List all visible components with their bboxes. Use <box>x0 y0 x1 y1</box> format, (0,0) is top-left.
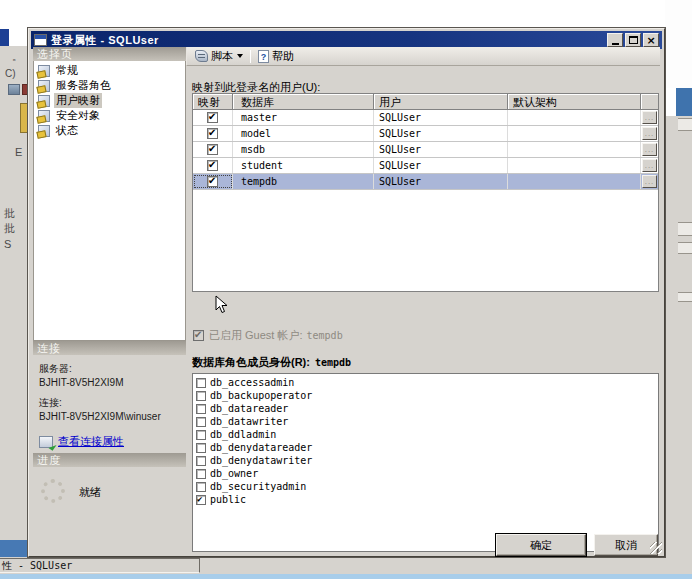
column-header[interactable]: 用户 <box>374 94 508 110</box>
select-page-panel: 选择页 常规服务器角色用户映射安全对象状态 <box>33 47 186 341</box>
sidebar-item-user-mapping[interactable]: 用户映射 <box>34 93 185 108</box>
user-mapping-row[interactable]: studentSQLUser... <box>193 158 658 174</box>
role-item[interactable]: db_ddladmin <box>196 428 658 441</box>
column-header[interactable]: 数据库 <box>233 94 374 110</box>
grid-row-fragment <box>678 222 692 236</box>
map-checkbox[interactable] <box>207 128 218 139</box>
taskbar-button[interactable]: 性 - SQLUser <box>0 558 200 573</box>
role-checkbox[interactable] <box>196 391 206 401</box>
guest-account-database: tempdb <box>307 330 343 341</box>
taskbar-bottom-strip <box>0 574 692 579</box>
role-name: db_backupoperator <box>210 390 312 401</box>
default-schema-cell[interactable] <box>508 142 641 157</box>
connection-properties-icon <box>39 436 53 448</box>
minimize-icon <box>612 43 619 45</box>
sidebar-item-label: 常规 <box>54 63 80 78</box>
role-name: db_ddladmin <box>210 429 276 440</box>
user-mapping-row[interactable]: msdbSQLUser... <box>193 142 658 158</box>
role-item[interactable]: db_owner <box>196 467 658 480</box>
user-mapping-row[interactable]: modelSQLUser... <box>193 126 658 142</box>
grid-row-fragment <box>678 118 692 131</box>
browse-schema-button[interactable]: ... <box>642 143 657 156</box>
toolbar-separator <box>250 50 251 63</box>
help-button[interactable]: ? 帮助 <box>254 48 298 65</box>
role-checkbox[interactable] <box>196 378 206 388</box>
role-item[interactable]: db_denydatareader <box>196 441 658 454</box>
user-cell[interactable]: SQLUser <box>374 110 508 125</box>
role-name: public <box>210 494 246 505</box>
toolbar-icon-fragment <box>8 84 20 95</box>
default-schema-cell[interactable] <box>508 174 641 189</box>
map-checkbox[interactable] <box>207 160 218 171</box>
sidebar-item-status[interactable]: 状态 <box>34 123 185 138</box>
guest-account-label: 已启用 Guest 帐户: <box>209 328 303 343</box>
user-cell[interactable]: SQLUser <box>374 142 508 157</box>
column-header[interactable]: 映射 <box>193 94 233 110</box>
resize-grip[interactable] <box>650 542 662 554</box>
sidebar-item-general[interactable]: 常规 <box>34 63 185 78</box>
role-item[interactable]: db_datawriter <box>196 415 658 428</box>
ok-button[interactable]: 确定 <box>496 534 586 556</box>
map-checkbox[interactable] <box>207 112 218 123</box>
role-name: db_datawriter <box>210 416 288 427</box>
progress-panel: 进度 就绪 <box>33 453 186 554</box>
view-connection-properties-link[interactable]: 查看连接属性 <box>58 434 124 449</box>
dialog-icon <box>34 34 47 46</box>
user-mapping-row[interactable]: tempdbSQLUser... <box>193 174 658 190</box>
role-item[interactable]: db_accessadmin <box>196 376 658 389</box>
close-button[interactable]: × <box>643 33 659 47</box>
sidebar-item-securables[interactable]: 安全对象 <box>34 108 185 123</box>
default-schema-cell[interactable] <box>508 110 641 125</box>
dialog-toolbar: 脚本 ? 帮助 <box>186 47 660 66</box>
role-name: db_owner <box>210 468 258 479</box>
sidebar-item-server-roles[interactable]: 服务器角色 <box>34 78 185 93</box>
map-checkbox[interactable] <box>207 176 218 187</box>
minimize-button[interactable] <box>607 33 623 47</box>
role-item[interactable]: db_securityadmin <box>196 480 658 493</box>
role-checkbox[interactable] <box>196 430 206 440</box>
role-item[interactable]: db_datareader <box>196 402 658 415</box>
role-checkbox[interactable] <box>196 495 206 505</box>
role-item[interactable]: db_backupoperator <box>196 389 658 402</box>
mouse-cursor <box>215 295 228 314</box>
select-page-list: 常规服务器角色用户映射安全对象状态 <box>33 61 186 341</box>
role-checkbox[interactable] <box>196 456 206 466</box>
browse-schema-button[interactable]: ... <box>642 175 657 188</box>
user-mapping-row[interactable]: masterSQLUser... <box>193 110 658 126</box>
role-checkbox[interactable] <box>196 404 206 414</box>
page-icon <box>38 95 50 107</box>
tree-icon-fragment <box>20 103 28 133</box>
role-checkbox[interactable] <box>196 482 206 492</box>
background-text-fragment: E <box>15 146 22 158</box>
progress-spinner-icon <box>41 479 65 503</box>
role-item[interactable]: db_denydatawriter <box>196 454 658 467</box>
help-icon: ? <box>258 50 269 63</box>
page-icon <box>38 65 50 77</box>
role-name: db_datareader <box>210 403 288 414</box>
login-properties-dialog: 登录属性 - SQLUser × 选择页 常规服务器角色用户映射安全对象状态 连… <box>28 28 665 557</box>
role-checkbox[interactable] <box>196 443 206 453</box>
page-icon <box>38 80 50 92</box>
script-button[interactable]: 脚本 <box>191 48 247 65</box>
default-schema-cell[interactable] <box>508 158 641 173</box>
database-cell: tempdb <box>233 174 374 189</box>
map-checkbox[interactable] <box>207 144 218 155</box>
background-selection-fragment <box>676 88 692 116</box>
page-icon <box>38 110 50 122</box>
cancel-button[interactable]: 取消 <box>594 534 658 556</box>
browse-schema-button[interactable]: ... <box>642 159 657 172</box>
maximize-button[interactable] <box>625 33 641 47</box>
connection-label: 连接: <box>39 396 180 410</box>
role-checkbox[interactable] <box>196 417 206 427</box>
column-header[interactable]: 默认架构 <box>508 94 641 110</box>
user-cell[interactable]: SQLUser <box>374 126 508 141</box>
table-header-row: 映射数据库用户默认架构 <box>193 94 658 110</box>
browse-schema-button[interactable]: ... <box>642 111 657 124</box>
browse-schema-button[interactable]: ... <box>642 127 657 140</box>
default-schema-cell[interactable] <box>508 126 641 141</box>
user-cell[interactable]: SQLUser <box>374 158 508 173</box>
user-cell[interactable]: SQLUser <box>374 174 508 189</box>
close-icon: × <box>646 35 655 46</box>
role-checkbox[interactable] <box>196 469 206 479</box>
role-item[interactable]: public <box>196 493 658 506</box>
